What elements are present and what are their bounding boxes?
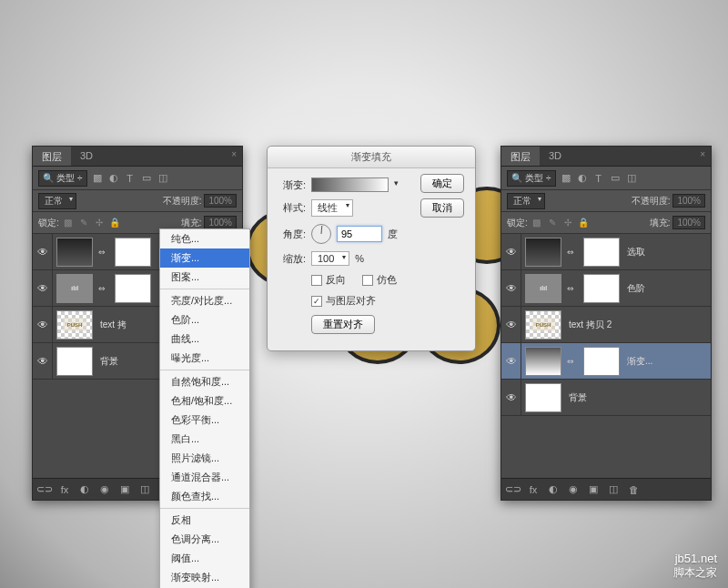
filter-smart-icon[interactable]: ◫	[625, 172, 638, 185]
mask-thumb[interactable]	[115, 238, 151, 267]
layer-thumb[interactable]: ılıl	[525, 274, 561, 303]
lock-transparency-icon[interactable]: ▩	[62, 217, 75, 229]
layer-thumb[interactable]: PUSH	[56, 310, 93, 340]
mask-icon[interactable]: ◐	[547, 483, 560, 496]
visibility-icon[interactable]: 👁	[501, 307, 521, 342]
menu-color-balance[interactable]: 色彩平衡...	[160, 411, 249, 430]
layer-row[interactable]: 👁 背景	[501, 380, 711, 416]
filter-type-icon[interactable]: T	[592, 172, 605, 185]
layer-name[interactable]: 色阶	[627, 282, 711, 295]
adjustment-icon[interactable]: ◉	[567, 483, 580, 496]
opacity-value[interactable]: 100%	[672, 194, 705, 208]
close-icon[interactable]: ×	[700, 149, 705, 159]
new-layer-icon[interactable]: ◫	[607, 483, 620, 496]
lock-brush-icon[interactable]: ✎	[546, 217, 559, 229]
filter-shape-icon[interactable]: ▭	[140, 172, 153, 185]
tab-3d[interactable]: 3D	[71, 147, 102, 166]
fill-value[interactable]: 100%	[204, 216, 237, 229]
mask-thumb[interactable]	[115, 274, 151, 303]
layer-thumb[interactable]	[56, 238, 93, 267]
layer-row[interactable]: 👁 ⇔ 选取	[501, 234, 711, 270]
menu-gradient[interactable]: 渐变...	[160, 248, 249, 268]
menu-color-lookup[interactable]: 颜色查找...	[160, 487, 249, 506]
dither-checkbox[interactable]: 仿色	[362, 273, 397, 287]
lock-move-icon[interactable]: ✢	[561, 217, 574, 229]
filter-adjust-icon[interactable]: ◐	[107, 172, 120, 185]
ok-button[interactable]: 确定	[420, 174, 464, 193]
filter-pixel-icon[interactable]: ▩	[91, 172, 104, 185]
layer-row[interactable]: 👁 ılıl ⇔ 色阶	[501, 270, 711, 307]
menu-solid-color[interactable]: 纯色...	[160, 229, 249, 248]
scale-input[interactable]: 100	[311, 251, 349, 266]
layer-thumb[interactable]	[525, 238, 561, 267]
layer-name[interactable]: 选取	[627, 246, 711, 259]
tab-layers[interactable]: 图层	[501, 147, 540, 166]
visibility-icon[interactable]: 👁	[501, 234, 521, 269]
menu-hue-saturation[interactable]: 色相/饱和度...	[160, 391, 249, 411]
folder-icon[interactable]: ▣	[587, 483, 600, 496]
reset-align-button[interactable]: 重置对齐	[311, 315, 375, 334]
filter-smart-icon[interactable]: ◫	[157, 172, 169, 185]
layer-thumb[interactable]	[525, 383, 561, 412]
lock-move-icon[interactable]: ✢	[93, 217, 106, 229]
gradient-preview[interactable]	[311, 177, 389, 192]
layer-name[interactable]: text 拷贝 2	[569, 319, 711, 331]
visibility-icon[interactable]: 👁	[501, 270, 521, 306]
tab-layers[interactable]: 图层	[33, 147, 71, 166]
link-layers-icon[interactable]: ⊂⊃	[507, 483, 520, 496]
layer-name[interactable]: 渐变...	[627, 355, 711, 368]
mask-icon[interactable]: ◐	[78, 483, 91, 496]
layer-thumb[interactable]	[56, 347, 93, 376]
lock-brush-icon[interactable]: ✎	[77, 217, 90, 229]
menu-exposure[interactable]: 曝光度...	[160, 349, 249, 368]
visibility-icon[interactable]: 👁	[33, 343, 53, 379]
align-layer-checkbox[interactable]: ✓与图层对齐	[311, 294, 376, 308]
tab-3d[interactable]: 3D	[540, 147, 571, 166]
new-layer-icon[interactable]: ◫	[138, 483, 151, 496]
reverse-checkbox[interactable]: 反向	[311, 273, 346, 287]
menu-black-white[interactable]: 黑白...	[160, 430, 249, 449]
layer-thumb[interactable]	[525, 347, 561, 376]
menu-photo-filter[interactable]: 照片滤镜...	[160, 449, 249, 468]
fx-icon[interactable]: fx	[58, 483, 71, 496]
adjustment-icon[interactable]: ◉	[98, 483, 111, 496]
menu-channel-mixer[interactable]: 通道混合器...	[160, 468, 249, 487]
menu-levels[interactable]: 色阶...	[160, 310, 249, 329]
visibility-icon[interactable]: 👁	[501, 380, 521, 415]
filter-shape-icon[interactable]: ▭	[609, 172, 622, 185]
mask-thumb[interactable]	[583, 274, 620, 303]
close-icon[interactable]: ×	[231, 149, 237, 159]
menu-posterize[interactable]: 色调分离...	[160, 530, 249, 549]
link-layers-icon[interactable]: ⊂⊃	[38, 483, 51, 496]
fill-value[interactable]: 100%	[672, 216, 705, 229]
blend-mode-select[interactable]: 正常	[38, 193, 76, 209]
menu-pattern[interactable]: 图案...	[160, 268, 249, 287]
menu-vibrance[interactable]: 自然饱和度...	[160, 372, 249, 391]
layer-row[interactable]: 👁 PUSH text 拷贝 2	[501, 307, 711, 343]
style-select[interactable]: 线性	[311, 199, 353, 217]
layer-row[interactable]: 👁 ⇔ 渐变...	[501, 343, 711, 380]
lock-all-icon[interactable]: 🔒	[577, 217, 590, 229]
folder-icon[interactable]: ▣	[118, 483, 131, 496]
layer-thumb[interactable]: ılıl	[56, 274, 93, 303]
cancel-button[interactable]: 取消	[420, 198, 464, 218]
filter-type-select[interactable]: 🔍 类型 ÷	[38, 170, 87, 187]
angle-dial[interactable]	[311, 224, 331, 244]
layer-thumb[interactable]: PUSH	[525, 310, 561, 340]
layer-name[interactable]: 背景	[569, 391, 711, 404]
fx-icon[interactable]: fx	[527, 483, 540, 496]
visibility-icon[interactable]: 👁	[501, 343, 521, 379]
menu-gradient-map[interactable]: 渐变映射...	[160, 568, 249, 587]
filter-type-select[interactable]: 🔍 类型 ÷	[507, 170, 556, 187]
mask-thumb[interactable]	[583, 238, 620, 267]
angle-input[interactable]	[337, 226, 382, 242]
menu-curves[interactable]: 曲线...	[160, 329, 249, 349]
visibility-icon[interactable]: 👁	[33, 307, 53, 342]
trash-icon[interactable]: 🗑	[627, 483, 640, 496]
filter-type-icon[interactable]: T	[124, 172, 136, 185]
opacity-value[interactable]: 100%	[204, 194, 237, 208]
lock-transparency-icon[interactable]: ▩	[531, 217, 543, 229]
visibility-icon[interactable]: 👁	[33, 270, 53, 306]
blend-mode-select[interactable]: 正常	[507, 193, 545, 209]
menu-brightness-contrast[interactable]: 亮度/对比度...	[160, 291, 249, 310]
